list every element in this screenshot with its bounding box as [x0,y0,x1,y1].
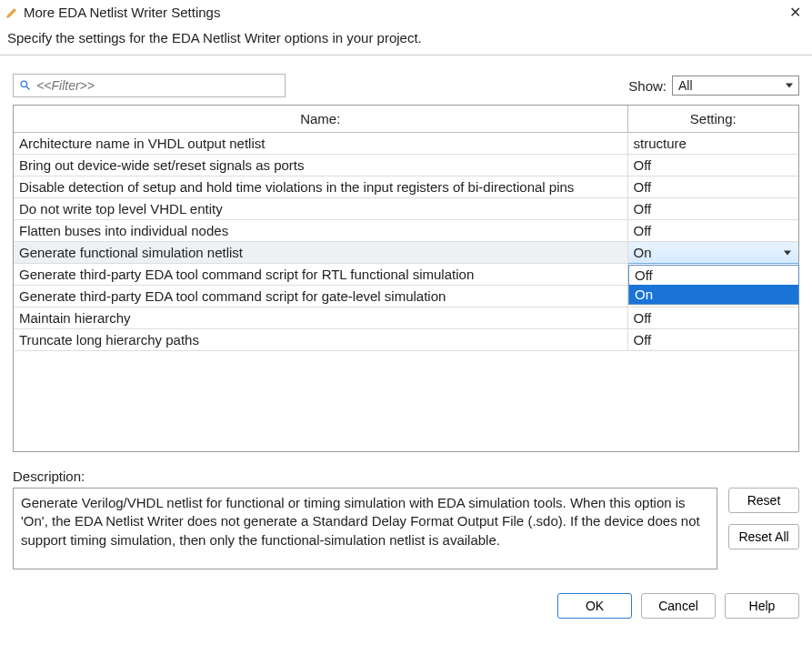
chevron-down-icon [786,84,793,88]
dropdown-option[interactable]: Off [629,266,798,285]
window-title: More EDA Netlist Writer Settings [24,5,220,20]
ok-button[interactable]: OK [557,593,632,619]
table-row[interactable]: Flatten buses into individual nodesOff [14,220,798,242]
description-text: Generate Verilog/VHDL netlist for functi… [13,488,717,569]
table-row[interactable]: Truncate long hierarchy pathsOff [14,329,798,351]
setting-name-cell[interactable]: Do not write top level VHDL entity [14,198,627,220]
show-select[interactable]: All [672,76,799,96]
setting-value-cell[interactable]: Off [627,176,798,198]
column-header-name[interactable]: Name: [14,106,627,133]
description-area: Generate Verilog/VHDL netlist for functi… [13,488,799,569]
close-button[interactable]: ✕ [786,4,805,21]
show-select-value: All [678,78,693,93]
column-header-setting[interactable]: Setting: [627,106,798,133]
table-row[interactable]: Architecture name in VHDL output netlist… [14,133,798,155]
setting-value-cell[interactable]: Off [627,329,798,351]
setting-value-cell[interactable]: On [627,242,798,264]
settings-table: Name: Setting: Architecture name in VHDL… [14,106,798,351]
setting-name-cell[interactable]: Generate third-party EDA tool command sc… [14,286,627,307]
window-subtitle: Specify the settings for the EDA Netlist… [0,26,812,55]
table-row[interactable]: Bring out device-wide set/reset signals … [14,155,798,176]
cancel-button[interactable]: Cancel [641,593,716,619]
setting-name-cell[interactable]: Architecture name in VHDL output netlist [14,133,627,155]
table-row[interactable]: Maintain hierarchyOff [14,307,798,329]
setting-name-cell[interactable]: Generate third-party EDA tool command sc… [14,264,627,286]
setting-value-cell[interactable]: Off [627,307,798,329]
table-row[interactable]: Generate functional simulation netlistOn [14,242,798,264]
side-buttons: Reset Reset All [728,488,799,549]
search-icon [19,79,31,92]
pencil-icon [5,6,18,19]
show-label: Show: [628,78,667,94]
table-row[interactable]: Do not write top level VHDL entityOff [14,198,798,220]
dialog-footer: OK Cancel Help [0,569,812,631]
description-label: Description: [13,469,799,484]
setting-value-cell[interactable]: Off [627,220,798,242]
reset-button[interactable]: Reset [728,488,799,513]
filter-input[interactable] [35,77,279,94]
setting-name-cell[interactable]: Bring out device-wide set/reset signals … [14,155,627,176]
table-empty-area [14,351,798,451]
title-bar: More EDA Netlist Writer Settings ✕ [0,0,812,26]
setting-name-cell[interactable]: Flatten buses into individual nodes [14,220,627,242]
svg-line-1 [26,86,29,89]
settings-table-container: Name: Setting: Architecture name in VHDL… [13,105,799,452]
filter-box[interactable] [13,74,286,97]
setting-name-cell[interactable]: Disable detection of setup and hold time… [14,176,627,198]
setting-value-cell[interactable]: Off [627,155,798,176]
setting-dropdown[interactable]: OffOn [628,265,799,305]
help-button[interactable]: Help [725,593,799,619]
setting-value-cell[interactable]: Off [627,198,798,220]
setting-name-cell[interactable]: Truncate long hierarchy paths [14,329,627,351]
setting-name-cell[interactable]: Generate functional simulation netlist [14,242,627,264]
setting-name-cell[interactable]: Maintain hierarchy [14,307,627,329]
controls-row: Show: All [0,55,812,105]
setting-value-cell[interactable]: structure [627,133,798,155]
svg-point-0 [21,81,27,87]
reset-all-button[interactable]: Reset All [728,524,799,549]
dropdown-option[interactable]: On [629,285,798,304]
table-row[interactable]: Disable detection of setup and hold time… [14,176,798,198]
